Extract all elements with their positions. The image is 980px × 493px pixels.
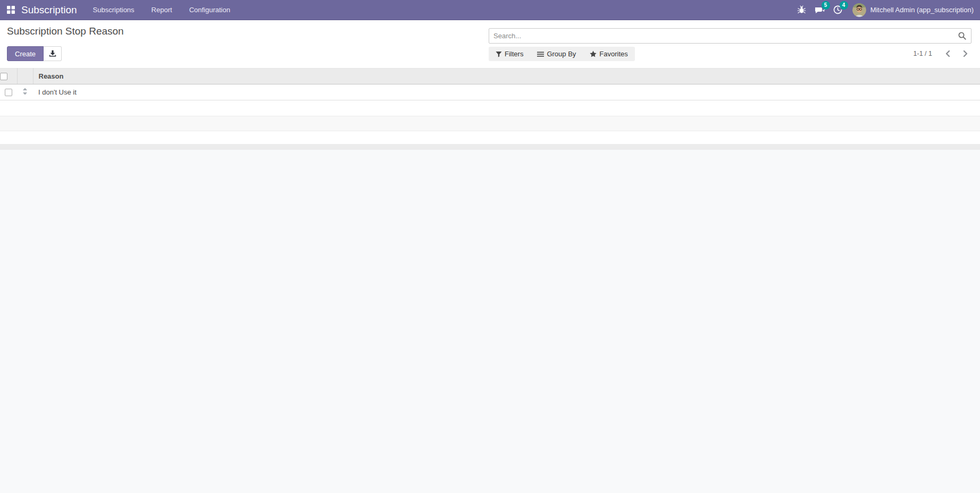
search-options-bar: Filters Group By Fav bbox=[489, 47, 635, 61]
header-handle-cell bbox=[17, 69, 33, 84]
group-by-button[interactable]: Group By bbox=[537, 50, 576, 58]
download-icon bbox=[49, 50, 56, 57]
menu-configuration[interactable]: Configuration bbox=[181, 0, 239, 20]
pager-previous-button[interactable] bbox=[942, 49, 954, 58]
view-container: Subscription Stop Reason Create bbox=[0, 20, 980, 150]
page-title: Subscription Stop Reason bbox=[7, 26, 489, 44]
empty-row bbox=[0, 100, 980, 116]
activities-button[interactable]: 4 bbox=[830, 0, 846, 20]
user-menu[interactable]: Mitchell Admin (app_subscription) bbox=[870, 6, 974, 14]
filters-label: Filters bbox=[505, 50, 523, 58]
systray: 5 4 bbox=[792, 0, 980, 20]
main-menu: Subscriptions Report Configuration bbox=[85, 0, 239, 20]
table-tail-band bbox=[0, 144, 980, 150]
top-navbar: Subscription Subscriptions Report Config… bbox=[0, 0, 980, 20]
group-by-label: Group By bbox=[547, 50, 576, 58]
control-panel: Subscription Stop Reason Create bbox=[0, 20, 980, 61]
column-header-reason[interactable]: Reason bbox=[33, 69, 980, 84]
menu-report[interactable]: Report bbox=[143, 0, 181, 20]
app-brand-title[interactable]: Subscription bbox=[21, 4, 77, 16]
messages-count-badge[interactable]: 5 bbox=[822, 1, 830, 10]
row-handle-cell bbox=[17, 84, 33, 100]
search-icon[interactable] bbox=[958, 31, 967, 42]
filters-button[interactable]: Filters bbox=[496, 50, 523, 58]
group-by-icon bbox=[537, 51, 544, 57]
apps-grid-icon bbox=[7, 6, 15, 14]
page-background bbox=[0, 150, 980, 492]
chevron-right-icon bbox=[962, 50, 968, 57]
export-button[interactable] bbox=[44, 46, 62, 61]
menu-subscriptions[interactable]: Subscriptions bbox=[85, 0, 143, 20]
activities-count-badge[interactable]: 4 bbox=[840, 1, 848, 10]
pager-value: 1-1 / 1 bbox=[914, 50, 932, 57]
favorites-button[interactable]: Favorites bbox=[590, 50, 627, 58]
apps-menu-button[interactable] bbox=[0, 0, 21, 20]
empty-row bbox=[0, 116, 980, 131]
row-reason-value: I don't Use it bbox=[33, 84, 980, 100]
select-all-checkbox[interactable] bbox=[0, 73, 7, 80]
pager-next-button[interactable] bbox=[959, 49, 971, 58]
control-panel-row-bottom: Create Filters bbox=[7, 46, 971, 61]
bug-icon bbox=[797, 5, 806, 14]
drag-handle-icon[interactable] bbox=[22, 88, 28, 97]
filter-funnel-icon bbox=[496, 51, 502, 57]
create-button[interactable]: Create bbox=[7, 46, 44, 61]
row-checkbox-cell bbox=[0, 84, 17, 100]
table-header-row: Reason bbox=[0, 69, 980, 84]
avatar[interactable] bbox=[852, 3, 866, 17]
search-box bbox=[489, 28, 971, 44]
header-checkbox-cell bbox=[0, 69, 17, 84]
empty-row bbox=[0, 131, 980, 144]
star-icon bbox=[590, 50, 597, 57]
action-buttons: Create bbox=[7, 46, 62, 61]
messages-button[interactable]: 5 bbox=[812, 0, 828, 20]
table-row[interactable]: I don't Use it bbox=[0, 84, 980, 100]
row-checkbox[interactable] bbox=[5, 89, 12, 96]
avatar-image bbox=[852, 3, 866, 17]
search-input[interactable] bbox=[489, 28, 971, 44]
chevron-left-icon bbox=[945, 50, 951, 57]
favorites-label: Favorites bbox=[599, 50, 627, 58]
control-panel-row-top: Subscription Stop Reason bbox=[7, 24, 971, 44]
list-view-table: Reason I don't Use it bbox=[0, 68, 980, 144]
debug-bug-button[interactable] bbox=[794, 0, 810, 20]
pager: 1-1 / 1 bbox=[914, 46, 971, 61]
